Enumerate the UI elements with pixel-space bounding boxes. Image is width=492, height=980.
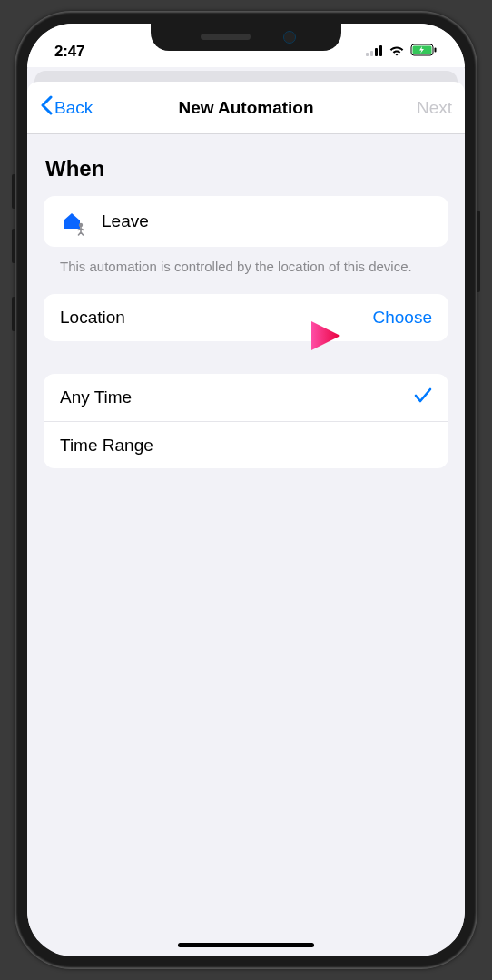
- trigger-card: Leave: [44, 196, 448, 247]
- choose-link[interactable]: Choose: [373, 308, 433, 328]
- location-label: Location: [60, 308, 125, 328]
- time-card: Any Time Time Range: [44, 374, 448, 468]
- next-button[interactable]: Next: [417, 98, 452, 118]
- time-range-row[interactable]: Time Range: [44, 421, 448, 468]
- any-time-label: Any Time: [60, 387, 414, 407]
- nav-title: New Automation: [178, 98, 313, 118]
- battery-icon: [410, 44, 438, 60]
- svg-rect-1: [370, 51, 373, 56]
- nav-bar: Back New Automation Next: [27, 82, 465, 134]
- section-title: When: [45, 156, 448, 181]
- location-card: Location Choose: [44, 294, 448, 341]
- svg-rect-3: [379, 45, 382, 56]
- content: When Leave This automation is controlled…: [27, 134, 465, 940]
- svg-rect-0: [366, 53, 369, 56]
- checkmark-icon: [414, 387, 432, 408]
- notch: [151, 24, 341, 51]
- annotation-arrow-icon: [259, 318, 349, 358]
- trigger-label: Leave: [102, 211, 149, 231]
- time-range-label: Time Range: [60, 436, 153, 456]
- chevron-left-icon: [40, 95, 53, 120]
- trigger-footnote: This automation is controlled by the loc…: [44, 247, 448, 294]
- svg-rect-6: [435, 48, 437, 53]
- phone-frame: 2:47: [15, 11, 477, 969]
- leave-home-icon: [60, 207, 89, 236]
- home-indicator[interactable]: [178, 943, 314, 947]
- status-icons: [366, 44, 438, 60]
- wifi-icon: [389, 44, 405, 60]
- back-button[interactable]: Back: [40, 95, 93, 120]
- back-label: Back: [54, 98, 93, 118]
- svg-rect-2: [375, 48, 378, 56]
- cellular-icon: [366, 44, 383, 60]
- screen: 2:47: [27, 24, 465, 956]
- status-time: 2:47: [54, 43, 84, 61]
- any-time-row[interactable]: Any Time: [44, 374, 448, 421]
- trigger-row[interactable]: Leave: [44, 196, 448, 247]
- location-row[interactable]: Location Choose: [44, 294, 448, 341]
